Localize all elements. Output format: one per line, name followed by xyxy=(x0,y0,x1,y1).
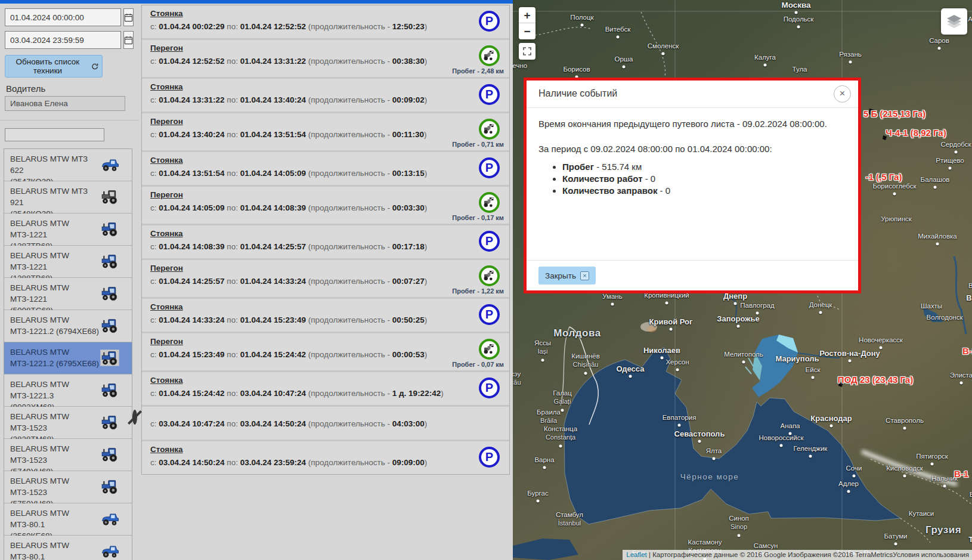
event-title-link[interactable]: Перегон xyxy=(150,190,183,199)
city-dot xyxy=(537,500,540,503)
timeline-event-row[interactable]: с: 03.04.24 10:47:24 по: 03.04.24 14:50:… xyxy=(142,407,509,440)
event-title-link[interactable]: Перегон xyxy=(150,264,183,273)
vehicle-list-item[interactable]: BELARUS MTW МТЗ-1523(5750УН68) xyxy=(4,471,132,503)
layers-control-button[interactable] xyxy=(941,8,967,35)
event-title-link[interactable]: Стоянка xyxy=(150,9,183,18)
map-city-label: Владикавказ xyxy=(970,491,972,499)
city-name: Чёрное море xyxy=(680,472,739,482)
city-name-latin: İstanbul xyxy=(556,519,583,527)
vehicle-list-item[interactable]: BELARUS MTW МТЗ-1221(1287ТВ68) xyxy=(4,214,132,246)
date-from-input[interactable] xyxy=(5,8,121,26)
timeline-event-row[interactable]: Перегонс: 01.04.24 13:40:24 по: 01.04.24… xyxy=(142,113,509,150)
refresh-icon xyxy=(91,62,98,71)
modal-close-icon[interactable]: × xyxy=(834,85,851,103)
vehicle-name-line2: МТЗ-1221.2 (6795ХЕ68) xyxy=(10,358,100,370)
vehicle-name-line1: BELARUS MTW МТЗ-1523 xyxy=(10,476,100,499)
event-title-link[interactable]: Перегон xyxy=(150,44,183,52)
event-title-link[interactable]: Стоянка xyxy=(150,229,183,238)
city-dot xyxy=(543,466,546,469)
refresh-vehicles-button[interactable]: Обновить список техники xyxy=(5,55,103,78)
city-dot xyxy=(853,475,856,478)
vehicle-list-item[interactable]: BELARUS MTW МТЗ 921(2548КО39) xyxy=(4,181,132,214)
event-times: с: 01.04.24 13:40:24 по: 01.04.24 13:51:… xyxy=(150,130,427,139)
event-title-link[interactable]: Стоянка xyxy=(150,156,183,165)
timeline-event-row[interactable]: Стоянкас: 03.04.24 14:50:24 по: 03.04.24… xyxy=(142,441,509,474)
event-times: с: 01.04.24 14:25:57 по: 01.04.24 14:33:… xyxy=(150,277,427,286)
timeline-event-row[interactable]: Стоянкас: 01.04.24 14:33:24 по: 01.04.24… xyxy=(142,299,509,332)
calendar-icon xyxy=(124,36,133,45)
timeline-event-row[interactable]: Стоянкас: 01.04.24 00:02:29 по: 01.04.24… xyxy=(142,5,509,38)
vehicle-name-line1: BELARUS MTW МТЗ-1221 xyxy=(10,250,100,273)
leaflet-link[interactable]: Leaflet xyxy=(626,551,647,558)
event-title-link[interactable]: Стоянка xyxy=(150,82,183,91)
map-city-label: Адлер xyxy=(838,480,859,488)
timeline-event-row[interactable]: Перегонс: 01.04.24 14:05:09 по: 01.04.24… xyxy=(142,187,509,224)
timeline-event-row[interactable]: Стоянкас: 01.04.24 13:51:54 по: 01.04.24… xyxy=(142,152,509,185)
map-zoom-control: + − xyxy=(519,7,535,39)
vehicle-list-item[interactable]: BELARUS MTW МТЗ 622(2547КО39) xyxy=(4,149,132,181)
vehicle-list-item[interactable]: BELARUS MTWМТЗ-1221.3 (9002ХМ68) xyxy=(4,375,132,407)
vehicle-name-line1: BELARUS MTW xyxy=(10,347,100,358)
city-name: Констанца xyxy=(544,425,577,434)
timeline-event-row[interactable]: Стоянкас: 01.04.24 13:31:22 по: 01.04.24… xyxy=(142,79,509,112)
map-city-label: Волгоград xyxy=(966,293,972,303)
event-title-link[interactable]: Стоянка xyxy=(150,302,183,311)
map-city-label: Кисловодск xyxy=(886,465,923,473)
zoom-out-button[interactable]: − xyxy=(519,23,535,39)
tractor-icon xyxy=(101,447,119,462)
calendar-from-button[interactable] xyxy=(123,8,134,26)
timeline-event-row[interactable]: Стоянкас: 01.04.24 15:24:42 по: 03.04.24… xyxy=(142,372,509,405)
city-dot xyxy=(830,425,833,428)
city-name: Рязань xyxy=(839,51,862,59)
vehicle-list-item[interactable]: BELARUS MTWМТЗ-1221.2 (6795ХЕ68) xyxy=(4,342,132,375)
modal-stat-item: Количество заправок - 0 xyxy=(562,185,846,196)
event-title-link[interactable]: Перегон xyxy=(150,337,183,346)
map-city-label: Ростов-на-Дону xyxy=(819,349,880,358)
map-city-label: Анапа xyxy=(780,422,800,431)
driver-name-field[interactable] xyxy=(5,96,125,111)
event-title-link[interactable]: Стоянка xyxy=(150,445,183,454)
date-to-input[interactable] xyxy=(5,31,121,49)
zoom-in-button[interactable]: + xyxy=(519,7,535,23)
city-name: Тула xyxy=(793,66,807,74)
vehicle-list-item[interactable]: BELARUS MTW МТЗ-1523(5749УН68) xyxy=(4,439,132,471)
city-name: Умань xyxy=(602,293,622,301)
fullscreen-button[interactable] xyxy=(519,43,535,60)
city-dot xyxy=(581,24,584,27)
vehicle-list-item[interactable]: BELARUS MTW МТЗ-1523(2828ТМ68) xyxy=(4,407,132,439)
vehicle-list-item[interactable]: BELARUS MTWМТЗ-1221.2 (6794ХЕ68) xyxy=(4,310,132,342)
terms-of-use-link[interactable]: Условия использования xyxy=(893,551,969,558)
calendar-to-button[interactable] xyxy=(123,31,134,49)
vehicle-list-item[interactable]: BELARUS MTW МТЗ-1221(1288ТВ68) xyxy=(4,246,132,278)
map-field-label: В-1 xyxy=(962,346,972,356)
vehicle-search-input[interactable] xyxy=(5,128,104,141)
map-city-label: Ейск xyxy=(806,366,821,375)
city-name: Николаев xyxy=(643,346,680,355)
city-name: Донецк xyxy=(809,301,832,310)
vehicle-list-item[interactable]: BELARUS MTW МТЗ-1221(5008ТС68) xyxy=(4,278,132,310)
timeline-event-row[interactable]: Перегонс: 01.04.24 12:52:52 по: 01.04.24… xyxy=(142,40,509,77)
timeline-event-row[interactable]: Стоянкас: 01.04.24 14:08:39 по: 01.04.24… xyxy=(142,225,509,258)
vehicle-list-item[interactable]: BELARUS MTW МТЗ-80.1(3560КЕ68) xyxy=(4,503,132,536)
vehicle-list-item[interactable]: BELARUS MTW МТЗ-80.1(4307КН68) xyxy=(4,536,132,560)
city-dot xyxy=(938,47,941,50)
event-title-link[interactable]: Перегон xyxy=(150,117,183,126)
city-name: Браила xyxy=(537,409,561,417)
map-field-label: 5 Б (215,13 Га) xyxy=(863,109,925,119)
movement-icon xyxy=(479,119,500,140)
map-attribution: Leaflet | Картографические данные © 2016… xyxy=(623,550,972,560)
map-panel[interactable]: + − Leaflet | Картографические данные © … xyxy=(513,0,972,560)
city-name-latin: Constanța xyxy=(544,433,577,441)
vehicle-name-line1: BELARUS MTW xyxy=(10,315,100,326)
events-timeline-panel: Стоянкас: 01.04.24 00:02:29 по: 01.04.24… xyxy=(139,4,513,560)
map-city-label: Элиста xyxy=(950,372,972,380)
event-title-link[interactable]: Стоянка xyxy=(150,376,183,385)
modal-close-button[interactable]: Закрыть × xyxy=(538,267,596,284)
vehicle-name-line1: BELARUS MTW МТЗ-80.1 xyxy=(10,508,100,531)
map-city-label: Варна xyxy=(534,456,554,465)
timeline-event-row[interactable]: Перегонс: 01.04.24 15:23:49 по: 01.04.24… xyxy=(142,333,509,370)
map-city-label: Херсон xyxy=(665,358,689,367)
timeline-event-row[interactable]: Перегонс: 01.04.24 14:25:57 по: 01.04.24… xyxy=(142,260,509,297)
map-city-label: Умань xyxy=(602,293,622,301)
map-city-label: Одесса xyxy=(617,364,645,374)
